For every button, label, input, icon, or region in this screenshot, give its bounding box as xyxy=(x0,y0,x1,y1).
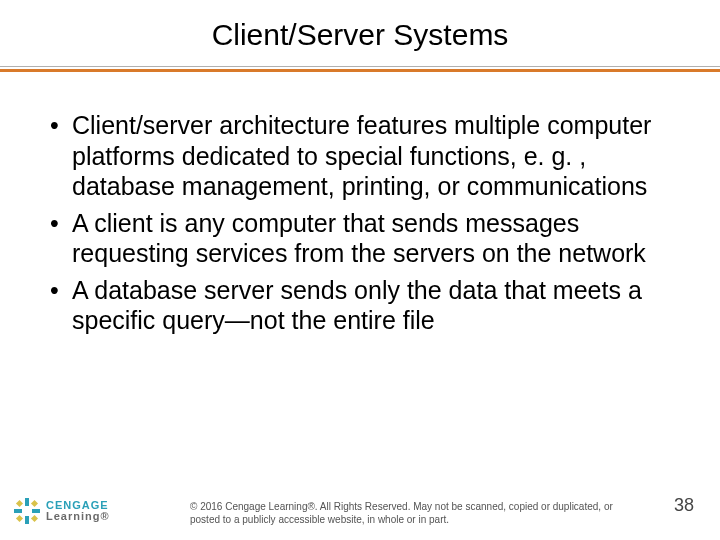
page-title: Client/Server Systems xyxy=(0,18,720,52)
logo-icon xyxy=(14,498,40,524)
svg-rect-4 xyxy=(16,500,23,507)
publisher-logo: CENGAGE Learning® xyxy=(14,498,110,524)
copyright-text: © 2016 Cengage Learning®. All Rights Res… xyxy=(190,500,620,526)
svg-rect-3 xyxy=(32,509,40,513)
svg-rect-7 xyxy=(31,515,38,522)
svg-rect-2 xyxy=(14,509,22,513)
svg-rect-6 xyxy=(16,515,23,522)
divider xyxy=(0,66,720,72)
content-area: Client/server architecture features mult… xyxy=(0,72,720,336)
list-item: A database server sends only the data th… xyxy=(48,275,672,336)
list-item: Client/server architecture features mult… xyxy=(48,110,672,202)
logo-text: CENGAGE Learning® xyxy=(46,500,110,522)
svg-rect-5 xyxy=(31,500,38,507)
svg-rect-1 xyxy=(25,516,29,524)
divider-thin xyxy=(0,66,720,67)
logo-line2: Learning® xyxy=(46,511,110,522)
page-number: 38 xyxy=(674,495,694,516)
list-item: A client is any computer that sends mess… xyxy=(48,208,672,269)
svg-rect-0 xyxy=(25,498,29,506)
divider-accent xyxy=(0,69,720,72)
footer: CENGAGE Learning® © 2016 Cengage Learnin… xyxy=(0,478,720,530)
slide: Client/Server Systems Client/server arch… xyxy=(0,0,720,540)
bullet-list: Client/server architecture features mult… xyxy=(48,110,672,336)
title-area: Client/Server Systems xyxy=(0,0,720,52)
